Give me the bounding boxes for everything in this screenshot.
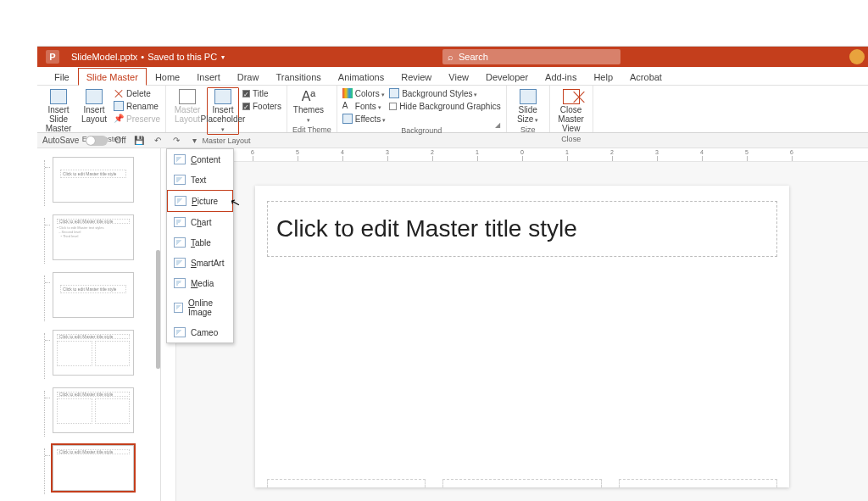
dialog-launcher[interactable]: ◢ bbox=[495, 121, 504, 130]
text-icon bbox=[174, 175, 186, 185]
tab-addins[interactable]: Add-ins bbox=[537, 68, 585, 85]
fonts-icon: A bbox=[342, 101, 353, 111]
placeholder-text[interactable]: Text bbox=[167, 170, 233, 190]
group-background: Colors AFonts Effects Background Styles … bbox=[337, 86, 507, 132]
saved-status[interactable]: Saved to this PC bbox=[147, 52, 225, 62]
slide-master-icon bbox=[50, 89, 67, 104]
effects-button[interactable]: Effects bbox=[342, 113, 386, 125]
close-icon bbox=[563, 89, 580, 104]
delete-button[interactable]: Delete bbox=[114, 87, 160, 99]
placeholder-chart[interactable]: Chart bbox=[167, 212, 233, 232]
tab-view[interactable]: View bbox=[440, 68, 477, 85]
group-label: Close bbox=[555, 133, 587, 145]
layout-thumb-3[interactable]: Click to edit Master title style bbox=[53, 272, 134, 318]
search-icon: ⌕ bbox=[448, 52, 453, 62]
background-styles-button[interactable]: Background Styles bbox=[389, 87, 501, 99]
main-area: Content Text Picture Chart Table SmartAr… bbox=[37, 148, 868, 501]
master-slide[interactable]: Click to edit Master title style bbox=[255, 186, 789, 487]
preserve-button: 📌Preserve bbox=[114, 113, 160, 125]
title-bar: P SlideModel.pptx • Saved to this PC ⌕ bbox=[37, 47, 868, 67]
insert-layout-button[interactable]: Insert Layout bbox=[78, 87, 110, 124]
themes-icon: Aª bbox=[300, 89, 317, 104]
placeholder-media[interactable]: Media bbox=[167, 273, 233, 293]
placeholder-picture[interactable]: Picture bbox=[167, 190, 233, 212]
slide-editor: 6 5 4 3 2 1 0 1 2 3 4 5 6 Click to edit … bbox=[161, 148, 868, 501]
tab-draw[interactable]: Draw bbox=[229, 68, 268, 85]
group-close: Close Master View Close bbox=[550, 86, 593, 132]
placeholder-cameo[interactable]: Cameo bbox=[167, 322, 233, 342]
rename-button[interactable]: Rename bbox=[114, 100, 160, 112]
group-label: Background bbox=[342, 125, 501, 136]
slide-thumbnails[interactable]: Click to edit Master title style Click t… bbox=[37, 148, 161, 501]
chart-icon bbox=[174, 217, 186, 227]
ribbon: Insert Slide Master Insert Layout Delete… bbox=[37, 86, 868, 133]
slide-size-button[interactable]: Slide Size bbox=[512, 87, 544, 124]
tab-insert[interactable]: Insert bbox=[188, 68, 229, 85]
user-avatar[interactable] bbox=[849, 49, 865, 64]
layout-thumb-2[interactable]: Click to edit Master title style• Click … bbox=[53, 214, 134, 260]
title-placeholder[interactable]: Click to edit Master title style bbox=[267, 201, 777, 257]
layout-thumb-4[interactable]: Click to edit Master title style bbox=[53, 330, 134, 376]
layout-thumb-6[interactable]: Click to edit Master title style bbox=[53, 445, 134, 491]
placeholder-online-image[interactable]: Online Image bbox=[167, 293, 233, 322]
close-master-view-button[interactable]: Close Master View bbox=[555, 87, 587, 133]
search-box[interactable]: ⌕ bbox=[442, 49, 620, 64]
tab-animations[interactable]: Animations bbox=[330, 68, 392, 85]
cameo-icon bbox=[174, 327, 186, 337]
group-edit-theme: Aª Themes Edit Theme bbox=[287, 86, 337, 132]
layout-thumb-5[interactable]: Click to edit Master title style bbox=[53, 387, 134, 433]
tab-acrobat[interactable]: Acrobat bbox=[621, 68, 670, 85]
slide-canvas[interactable]: Click to edit Master title style bbox=[176, 162, 868, 501]
placeholder-smartart[interactable]: SmartArt bbox=[167, 253, 233, 273]
fonts-button[interactable]: AFonts bbox=[342, 100, 386, 112]
tab-review[interactable]: Review bbox=[392, 68, 440, 85]
insert-placeholder-button[interactable]: Insert Placeholder bbox=[207, 87, 239, 135]
media-icon bbox=[174, 278, 186, 288]
group-label: Size bbox=[512, 124, 544, 136]
tab-developer[interactable]: Developer bbox=[477, 68, 537, 85]
tab-help[interactable]: Help bbox=[585, 68, 621, 85]
content-icon bbox=[174, 154, 186, 164]
bg-styles-icon bbox=[389, 88, 399, 98]
themes-button[interactable]: Aª Themes bbox=[292, 87, 325, 124]
document-title: SlideModel.pptx bbox=[71, 52, 137, 62]
group-edit-master: Insert Slide Master Insert Layout Delete… bbox=[37, 86, 166, 132]
group-master-layout: Master Layout Insert Placeholder Title F… bbox=[166, 86, 287, 132]
colors-button[interactable]: Colors bbox=[342, 87, 386, 99]
slide-size-icon bbox=[520, 89, 537, 104]
hide-background-checkbox[interactable]: Hide Background Graphics bbox=[389, 100, 501, 112]
effects-icon bbox=[342, 114, 353, 124]
ribbon-tabs: File Slide Master Home Insert Draw Trans… bbox=[37, 67, 868, 86]
picture-icon bbox=[175, 196, 186, 206]
placeholder-content[interactable]: Content bbox=[167, 149, 233, 170]
tab-slide-master[interactable]: Slide Master bbox=[78, 68, 147, 86]
colors-icon bbox=[342, 88, 353, 98]
footers-checkbox[interactable]: Footers bbox=[242, 100, 281, 112]
table-icon bbox=[174, 237, 186, 248]
online-image-icon bbox=[174, 303, 183, 313]
placeholder-icon bbox=[214, 89, 231, 104]
group-label: Master Layout bbox=[171, 135, 281, 147]
smartart-icon bbox=[174, 258, 186, 268]
preserve-icon: 📌 bbox=[114, 114, 124, 124]
layout-icon bbox=[86, 89, 103, 104]
master-layout-button: Master Layout bbox=[171, 87, 203, 124]
insert-slide-master-button[interactable]: Insert Slide Master bbox=[42, 87, 75, 133]
search-input[interactable] bbox=[459, 52, 615, 62]
tab-home[interactable]: Home bbox=[147, 68, 188, 85]
placeholder-table[interactable]: Table bbox=[167, 232, 233, 253]
layout-thumb-1[interactable]: Click to edit Master title style bbox=[53, 157, 134, 203]
autosave-toggle[interactable] bbox=[86, 136, 108, 146]
footer-placeholders bbox=[267, 479, 777, 487]
app-icon: P bbox=[46, 50, 59, 64]
rename-icon bbox=[114, 101, 124, 111]
master-layout-icon bbox=[179, 89, 196, 104]
group-size: Slide Size Size bbox=[507, 86, 550, 132]
tab-transitions[interactable]: Transitions bbox=[267, 68, 329, 85]
title-checkbox[interactable]: Title bbox=[242, 87, 281, 99]
placeholder-dropdown: Content Text Picture Chart Table SmartAr… bbox=[166, 148, 234, 343]
horizontal-ruler: 6 5 4 3 2 1 0 1 2 3 4 5 6 bbox=[176, 148, 868, 162]
tab-file[interactable]: File bbox=[46, 68, 78, 85]
group-label: Edit Theme bbox=[292, 124, 331, 136]
delete-icon bbox=[114, 88, 124, 98]
